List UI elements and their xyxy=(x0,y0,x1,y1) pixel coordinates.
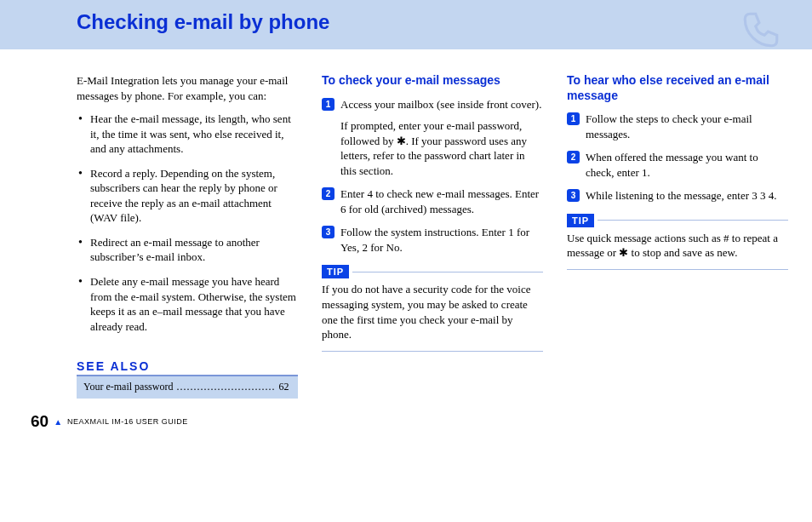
step-number-badge: 3 xyxy=(322,226,335,238)
see-also-item-page: 62 xyxy=(278,381,289,393)
column-1: E-Mail Integration lets you manage your … xyxy=(77,73,298,399)
tip-body: Use quick message actions such as # to r… xyxy=(567,231,788,261)
phone-handset-icon xyxy=(740,9,782,51)
step-item: 2 Enter 4 to check new e-mail messages. … xyxy=(322,186,543,216)
step-item: 1 Follow the steps to check your e-mail … xyxy=(567,112,788,141)
page-number: 60 xyxy=(31,412,49,431)
bullet-item: Redirect an e-mail message to another su… xyxy=(77,235,298,265)
header-bar: Checking e-mail by phone xyxy=(0,0,812,49)
bullet-item: Delete any e-mail message you have heard… xyxy=(77,274,298,334)
tip-rule xyxy=(352,272,543,272)
check-email-heading: To check your e-mail messages xyxy=(322,73,543,89)
triangle-up-icon: ▲ xyxy=(54,417,62,427)
tip-body: If you do not have a security code for t… xyxy=(322,282,543,341)
step-text: Follow the steps to check your e-mail me… xyxy=(586,112,788,141)
bullet-item: Hear the e-mail message, its length, who… xyxy=(77,112,298,157)
tip-end-rule xyxy=(322,351,543,352)
footer-guide-name: NEAXMAIL IM-16 USER GUIDE xyxy=(67,417,188,426)
step-text: Enter 4 to check new e-mail messages. En… xyxy=(340,186,543,216)
column-3: To hear who else received an e-mail mess… xyxy=(567,73,788,399)
feature-bullets: Hear the e-mail message, its length, who… xyxy=(77,112,298,334)
tip-end-rule xyxy=(567,269,788,270)
step-text: Follow the system instructions. Enter 1 … xyxy=(340,225,543,255)
see-also-heading: SEE ALSO xyxy=(77,359,298,376)
page-title: Checking e-mail by phone xyxy=(77,10,812,34)
see-also-box: SEE ALSO Your e-mail password ..........… xyxy=(77,359,298,399)
tip-label: TIP xyxy=(322,265,349,278)
step-number-badge: 2 xyxy=(322,187,335,200)
see-also-body: Your e-mail password ...................… xyxy=(77,376,298,399)
tip-block: TIP If you do not have a security code f… xyxy=(322,265,543,351)
step-item: 2 When offered the message you want to c… xyxy=(567,150,788,180)
step-text: Access your mailbox (see inside front co… xyxy=(340,97,543,112)
tip-rule xyxy=(598,220,788,221)
see-also-item-label: Your e-mail password xyxy=(83,381,173,393)
tip-label: TIP xyxy=(567,214,594,227)
column-2: To check your e-mail messages 1 Access y… xyxy=(322,73,543,399)
check-email-steps: 1 Access your mailbox (see inside front … xyxy=(322,97,543,255)
footer: 60 ▲ NEAXMAIL IM-16 USER GUIDE xyxy=(0,407,812,443)
content-area: E-Mail Integration lets you manage your … xyxy=(0,49,812,407)
step-item: 3 While listening to the message, enter … xyxy=(567,188,788,204)
step-item: 3 Follow the system instructions. Enter … xyxy=(322,225,543,255)
step-text: When offered the message you want to che… xyxy=(586,150,788,180)
hear-recipients-heading: To hear who else received an e-mail mess… xyxy=(567,73,788,103)
intro-paragraph: E-Mail Integration lets you manage your … xyxy=(77,73,298,103)
tip-block: TIP Use quick message actions such as # … xyxy=(567,214,788,270)
step-number-badge: 2 xyxy=(567,151,580,163)
step-text: If prompted, enter your e-mail password,… xyxy=(340,118,543,178)
bullet-item: Record a reply. Depending on the system,… xyxy=(77,166,298,226)
leader-dots: ............................. xyxy=(173,381,278,393)
step-number-badge: 1 xyxy=(322,98,335,111)
step-item: 1 Access your mailbox (see inside front … xyxy=(322,97,543,179)
step-number-badge: 1 xyxy=(567,112,580,125)
step-number-badge: 3 xyxy=(567,189,580,202)
hear-recipients-steps: 1 Follow the steps to check your e-mail … xyxy=(567,112,788,204)
step-text: While listening to the message, enter 3 … xyxy=(586,188,788,204)
